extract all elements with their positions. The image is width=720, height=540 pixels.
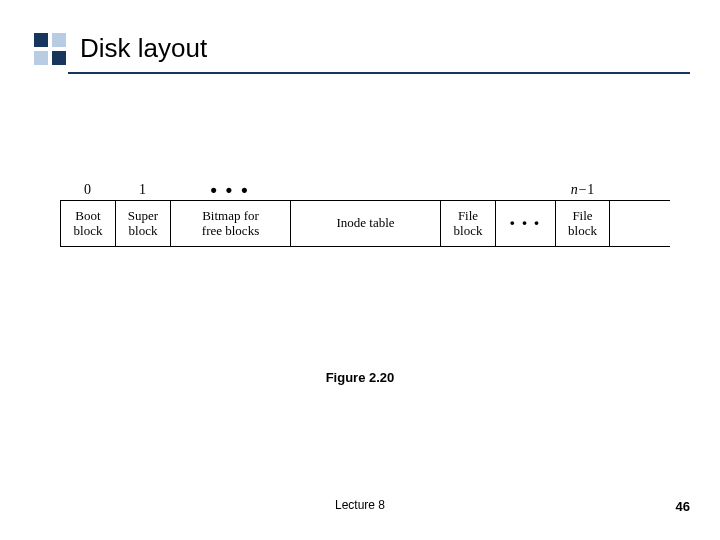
logo-square: [52, 33, 66, 47]
cell-text: File: [572, 209, 592, 224]
diagram-cells-row: Boot block Super block Bitmap for free b…: [60, 200, 670, 247]
page-number: 46: [676, 499, 690, 514]
index-one: 1: [587, 182, 594, 197]
cell-text: File: [458, 209, 478, 224]
cell-bitmap: Bitmap for free blocks: [170, 201, 290, 246]
cell-text: free blocks: [202, 224, 259, 239]
index-label-blank: [495, 180, 555, 200]
slide: Disk layout 0 1 • • • n−1 Boot block Sup…: [0, 0, 720, 540]
title-rule: [68, 72, 690, 74]
diagram-index-row: 0 1 • • • n−1: [60, 180, 670, 200]
logo-square: [34, 51, 48, 65]
cell-text: block: [74, 224, 103, 239]
index-label-0: 0: [60, 180, 115, 200]
cell-super-block: Super block: [115, 201, 170, 246]
cell-text: block: [454, 224, 483, 239]
cell-inode-table: Inode table: [290, 201, 440, 246]
logo-square: [34, 33, 48, 47]
footer-lecture: Lecture 8: [0, 498, 720, 512]
slide-bullet-logo: [34, 33, 67, 66]
index-label-blank: [440, 180, 495, 200]
figure-caption: Figure 2.20: [0, 370, 720, 385]
logo-square: [52, 51, 66, 65]
cell-text: Bitmap for: [202, 209, 259, 224]
slide-title: Disk layout: [80, 33, 207, 64]
cell-file-block: File block: [440, 201, 495, 246]
index-label-1: 1: [115, 180, 170, 200]
cell-boot-block: Boot block: [60, 201, 115, 246]
index-label-blank: [290, 180, 440, 200]
cell-text: block: [129, 224, 158, 239]
cell-text: Boot: [75, 209, 100, 224]
index-ellipsis: • • •: [170, 180, 290, 200]
ellipsis-dots: • • •: [510, 216, 541, 231]
cell-text: block: [568, 224, 597, 239]
cell-ellipsis: • • •: [495, 201, 555, 246]
index-n: n: [571, 182, 578, 197]
disk-layout-diagram: 0 1 • • • n−1 Boot block Super block Bit…: [60, 180, 670, 247]
cell-text: Super: [128, 209, 158, 224]
cell-file-block: File block: [555, 201, 610, 246]
index-minus: −: [578, 182, 587, 197]
index-label-nminus1: n−1: [555, 180, 610, 200]
cell-text: Inode table: [336, 216, 394, 231]
